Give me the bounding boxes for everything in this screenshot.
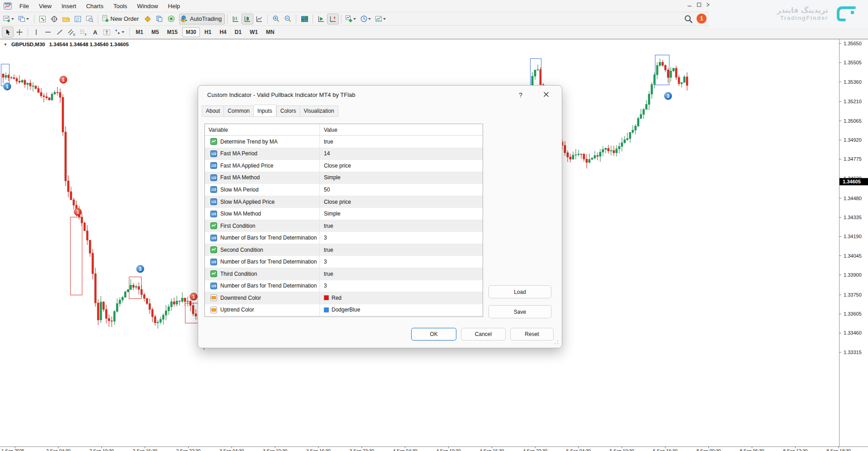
terminal-button[interactable]: [72, 14, 84, 24]
minimize-icon[interactable]: [687, 2, 693, 8]
auto-scroll-button[interactable]: [315, 14, 327, 24]
menu-insert[interactable]: Insert: [57, 1, 81, 11]
menu-tools[interactable]: Tools: [109, 1, 132, 11]
table-row[interactable]: 123Slow MA MethodSimple: [205, 208, 483, 220]
row-value-cell[interactable]: 3: [319, 280, 483, 292]
tile-windows-button[interactable]: [299, 14, 310, 24]
zoom-in-button[interactable]: [270, 14, 282, 24]
row-variable-label: Number of Bars for Trend Determination: [220, 259, 317, 265]
tab-visualization[interactable]: Visualization: [299, 106, 338, 117]
menu-charts[interactable]: Charts: [81, 1, 108, 11]
row-value-cell[interactable]: Close price: [319, 160, 483, 172]
data-window-button[interactable]: [48, 14, 60, 24]
news-button[interactable]: [166, 14, 177, 24]
table-row[interactable]: 123Fast MA Period14: [205, 148, 483, 160]
close-button[interactable]: [540, 90, 552, 101]
tab-inputs[interactable]: Inputs: [253, 105, 276, 117]
timeframe-M5[interactable]: M5: [148, 27, 163, 37]
tab-common[interactable]: Common: [223, 106, 253, 117]
text-button[interactable]: A: [89, 27, 101, 38]
menu-view[interactable]: View: [34, 1, 57, 11]
save-button[interactable]: Save: [489, 305, 551, 318]
table-row[interactable]: 123Number of Bars for Trend Determinatio…: [205, 280, 483, 293]
table-row[interactable]: 123Slow MA Period50: [205, 184, 483, 196]
equidistant-channel-button[interactable]: E: [66, 27, 77, 38]
table-row[interactable]: 123Number of Bars for Trend Determinatio…: [205, 256, 483, 268]
chart-menu-arrow-icon[interactable]: ▼: [4, 43, 7, 47]
row-value-cell[interactable]: 3: [319, 232, 483, 244]
reset-button[interactable]: Reset: [510, 328, 554, 341]
chart-shift-button[interactable]: [327, 14, 339, 24]
new-chart-button[interactable]: [2, 14, 17, 24]
market-watch-button[interactable]: [37, 14, 48, 24]
timeframe-M15[interactable]: M15: [163, 27, 181, 37]
zoom-out-button[interactable]: [282, 14, 294, 24]
timeframe-M1[interactable]: M1: [132, 27, 147, 37]
timeframe-W1[interactable]: W1: [246, 27, 261, 37]
table-row[interactable]: Downtrend ColorRed: [205, 292, 483, 304]
timeframe-MN[interactable]: MN: [262, 27, 278, 37]
menu-help[interactable]: Help: [163, 1, 185, 11]
periods-button[interactable]: [359, 14, 374, 24]
tab-about[interactable]: About: [202, 106, 223, 117]
row-value-cell[interactable]: 3: [319, 256, 483, 268]
candlestick-chart-button[interactable]: [242, 14, 253, 24]
row-value-cell[interactable]: DodgerBlue: [319, 304, 483, 316]
table-row[interactable]: 123Slow MA Applied PriceClose price: [205, 196, 483, 208]
indicators-button[interactable]: [344, 14, 359, 24]
timeframe-M30[interactable]: M30: [182, 27, 200, 37]
timeframe-H4[interactable]: H4: [216, 27, 230, 37]
row-value-cell[interactable]: 14: [319, 148, 483, 160]
timeframe-H1[interactable]: H1: [201, 27, 215, 37]
notification-badge[interactable]: 1: [697, 14, 707, 24]
text-label-button[interactable]: T: [101, 27, 113, 38]
tab-colors[interactable]: Colors: [276, 106, 300, 117]
autotrading-button[interactable]: AutoTrading: [179, 14, 225, 24]
templates-button[interactable]: [374, 14, 389, 24]
ok-button[interactable]: OK: [411, 328, 456, 341]
menu-file[interactable]: File: [14, 1, 34, 11]
timeframe-D1[interactable]: D1: [231, 27, 245, 37]
row-value-cell[interactable]: true: [319, 136, 483, 148]
new-order-button[interactable]: New Order: [100, 14, 142, 24]
cursor-button[interactable]: [2, 27, 14, 38]
load-button[interactable]: Load: [489, 285, 551, 298]
row-value-cell[interactable]: true: [319, 220, 483, 232]
trendline-button[interactable]: [54, 27, 66, 38]
table-row[interactable]: First Conditiontrue: [205, 220, 483, 232]
navigator-button[interactable]: [60, 14, 72, 24]
metaeditor-button[interactable]: [142, 14, 154, 24]
arrows-button[interactable]: [113, 27, 127, 38]
cancel-button[interactable]: Cancel: [461, 328, 506, 341]
table-row[interactable]: 123Number of Bars for Trend Determinatio…: [205, 232, 483, 244]
row-value-cell[interactable]: 50: [319, 184, 483, 196]
table-row[interactable]: 123Fast MA MethodSimple: [205, 172, 483, 184]
dialog-titlebar[interactable]: Custom Indicator - Valid Pullback Indica…: [198, 86, 562, 105]
table-row[interactable]: 123Fast MA Applied PriceClose price: [205, 160, 483, 172]
row-value-cell[interactable]: Simple: [319, 172, 483, 184]
fibonacci-button[interactable]: F: [77, 27, 89, 38]
vertical-line-button[interactable]: [30, 27, 42, 38]
resize-grip[interactable]: [554, 340, 559, 345]
menu-window[interactable]: Window: [132, 1, 163, 11]
profiles-button[interactable]: [17, 14, 32, 24]
search-icon[interactable]: [684, 14, 693, 24]
row-value-cell[interactable]: Simple: [319, 208, 483, 220]
restore-icon[interactable]: [696, 2, 702, 8]
table-row[interactable]: Third Conditiontrue: [205, 268, 483, 280]
table-row[interactable]: Second Conditiontrue: [205, 244, 483, 256]
line-chart-button[interactable]: [253, 14, 265, 24]
table-row[interactable]: Uptrend ColorDodgerBlue: [205, 304, 483, 317]
horizontal-line-button[interactable]: [42, 27, 54, 38]
svg-text:A: A: [93, 29, 97, 36]
bar-chart-button[interactable]: [230, 14, 242, 24]
mql5-community-button[interactable]: [154, 14, 166, 24]
row-value-cell[interactable]: Red: [319, 292, 483, 304]
strategy-tester-button[interactable]: [84, 14, 95, 24]
row-value-cell[interactable]: Close price: [319, 196, 483, 208]
help-button[interactable]: ?: [516, 90, 526, 100]
crosshair-button[interactable]: [14, 27, 25, 38]
row-value-cell[interactable]: true: [319, 268, 483, 280]
row-value-cell[interactable]: true: [319, 244, 483, 256]
table-row[interactable]: Determine Trend by MAtrue: [205, 136, 483, 148]
